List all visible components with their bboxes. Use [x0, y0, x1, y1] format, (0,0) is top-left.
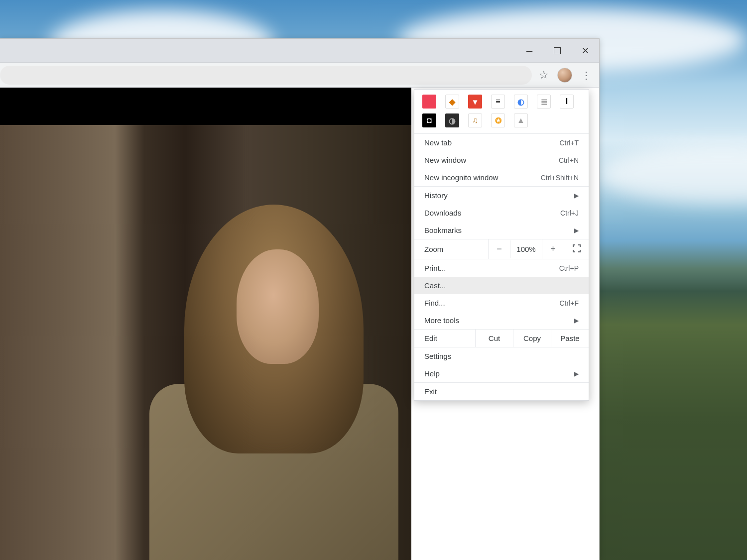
menu-downloads[interactable]: DownloadsCtrl+J — [414, 204, 589, 222]
zoom-in-button[interactable]: + — [542, 239, 564, 259]
edit-label: Edit — [414, 330, 475, 347]
edit-paste-button[interactable]: Paste — [551, 330, 589, 347]
menu-new-window[interactable]: New windowCtrl+N — [414, 151, 589, 169]
extensions-row: ◘◑♫✪▲ — [414, 112, 589, 133]
ext-screenshot[interactable]: ◐ — [514, 95, 528, 109]
chevron-right-icon: ▶ — [574, 370, 579, 377]
menu-new-tab[interactable]: New tabCtrl+T — [414, 134, 589, 151]
video-letterbox — [0, 88, 411, 125]
video-player-frame[interactable] — [0, 125, 411, 560]
star-icon: ☆ — [539, 69, 549, 82]
ext-star[interactable]: ✪ — [491, 113, 505, 127]
fullscreen-icon — [573, 244, 581, 252]
menu-help[interactable]: Help▶ — [414, 365, 589, 382]
chevron-right-icon: ▶ — [574, 317, 579, 324]
zoom-label: Zoom — [414, 240, 488, 258]
zoom-value: 100% — [510, 240, 542, 258]
menu-print[interactable]: Print...Ctrl+P — [414, 259, 589, 277]
menu-bookmarks[interactable]: Bookmarks▶ — [414, 222, 589, 239]
chevron-right-icon: ▶ — [574, 192, 579, 199]
ext-db[interactable]: ≣ — [537, 95, 551, 109]
chevron-right-icon: ▶ — [574, 227, 579, 234]
ext-drive[interactable]: ▲ — [514, 113, 528, 127]
ext-n[interactable]: ◆ — [445, 95, 459, 109]
menu-more-tools[interactable]: More tools▶ — [414, 312, 589, 329]
wallpaper-cloud — [598, 144, 747, 204]
zoom-out-button[interactable]: − — [488, 239, 510, 259]
menu-zoom: Zoom − 100% + — [414, 239, 589, 259]
edit-copy-button[interactable]: Copy — [513, 330, 551, 347]
ext-instapaper[interactable]: I — [560, 95, 574, 109]
menu-history[interactable]: History▶ — [414, 187, 589, 204]
ext-lock[interactable]: ◘ — [422, 113, 436, 127]
ext-pocket[interactable] — [422, 95, 436, 109]
close-button[interactable]: ✕ — [571, 39, 599, 63]
extensions-row: ◆▾≡◐≣I — [414, 90, 589, 112]
bookmark-star-button[interactable]: ☆ — [534, 66, 553, 85]
menu-edit: Edit Cut Copy Paste — [414, 330, 589, 347]
more-vertical-icon: ⋮ — [581, 69, 590, 81]
ext-buffer[interactable]: ≡ — [491, 95, 505, 109]
address-bar[interactable] — [0, 66, 532, 85]
menu-exit[interactable]: Exit — [414, 383, 589, 400]
avatar-icon — [557, 68, 572, 83]
minimize-button[interactable]: – — [515, 39, 543, 63]
more-menu-button[interactable]: ⋮ — [576, 66, 595, 85]
desktop-wallpaper: – ✕ ☆ ⋮ ◆▾≡◐≣I ◘◑♫✪▲ Ne — [0, 0, 747, 560]
menu-find[interactable]: Find...Ctrl+F — [414, 294, 589, 312]
ext-audio[interactable]: ♫ — [468, 113, 482, 127]
maximize-button[interactable] — [543, 39, 571, 63]
browser-main-menu: ◆▾≡◐≣I ◘◑♫✪▲ New tabCtrl+T New windowCtr… — [414, 89, 589, 401]
menu-cast[interactable]: Cast... — [414, 277, 589, 294]
menu-settings[interactable]: Settings — [414, 347, 589, 365]
edit-cut-button[interactable]: Cut — [475, 330, 513, 347]
ext-todoist[interactable]: ▾ — [468, 95, 482, 109]
profile-button[interactable] — [555, 66, 574, 85]
ext-dark[interactable]: ◑ — [445, 113, 459, 127]
fullscreen-button[interactable] — [564, 240, 589, 259]
video-still — [149, 175, 398, 560]
window-titlebar[interactable]: – ✕ — [0, 39, 599, 63]
menu-new-incognito[interactable]: New incognito windowCtrl+Shift+N — [414, 169, 589, 186]
